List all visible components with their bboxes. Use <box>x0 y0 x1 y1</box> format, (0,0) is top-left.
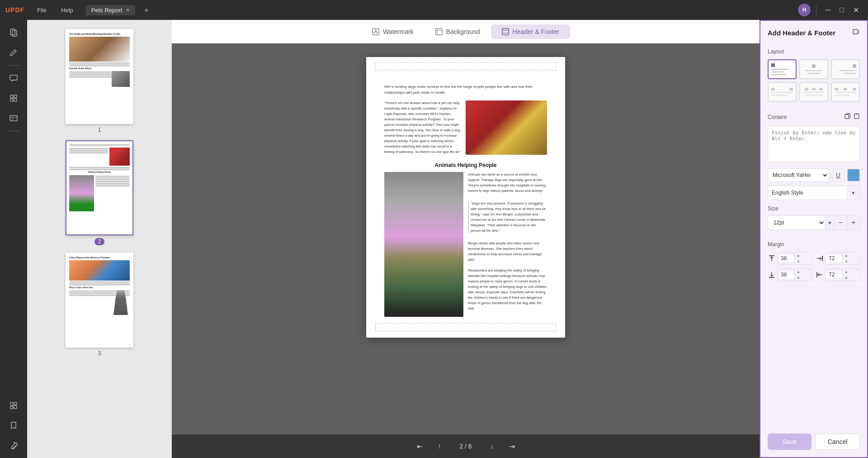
pdf-body1: Animals can serve as a source of comfort… <box>468 172 547 194</box>
thumb-label-2: 2 <box>94 238 105 245</box>
tab-header-footer[interactable]: Header & Footer <box>491 24 571 39</box>
pdf-cat-image <box>384 172 463 317</box>
margin-bottom-spinners: ▲ ▼ <box>794 268 802 281</box>
avatar: H <box>798 4 811 16</box>
size-plus-button[interactable]: + <box>847 215 860 230</box>
pdf-cat-image-col <box>384 172 463 317</box>
help-menu[interactable]: Help <box>56 5 79 15</box>
layout-grid <box>768 59 860 102</box>
thumbnail-page-2[interactable]: Animals Helping People 2 <box>66 140 133 245</box>
margin-right-down[interactable]: ▼ <box>843 258 850 265</box>
nav-first-page[interactable]: ⇤ <box>412 439 427 453</box>
panel-bottom-buttons: Save Cancel <box>760 426 867 457</box>
svg-rect-5 <box>10 99 13 101</box>
tab-close-icon[interactable]: ✕ <box>126 7 130 13</box>
maximize-button[interactable]: □ <box>836 4 848 16</box>
copy-icon <box>844 113 851 119</box>
margin-bottom-input[interactable] <box>778 272 794 278</box>
margin-bottom-down[interactable]: ▼ <box>795 275 802 281</box>
style-select[interactable]: English Style <box>768 186 847 200</box>
thumb-label-3: 3 <box>98 350 101 357</box>
pdf-two-col: "There's not one answer about how a pet … <box>384 100 547 157</box>
pdf-body2: Berger works with people who have cancer… <box>468 241 547 262</box>
size-select[interactable]: 12pt <box>768 215 826 230</box>
sidebar-icon-bookmark[interactable] <box>5 416 23 434</box>
margin-left-input[interactable] <box>826 272 842 278</box>
margin-label: Margin <box>768 241 860 248</box>
nav-prev-page[interactable]: ↑ <box>432 439 447 453</box>
margin-bottom-up[interactable]: ▲ <box>795 268 802 275</box>
margin-left-down[interactable]: ▼ <box>843 275 850 281</box>
margin-top-spinners: ▲ ▼ <box>794 252 802 265</box>
thumb-frame-2[interactable]: Animals Helping People <box>66 140 133 235</box>
header-footer-icon <box>502 28 509 35</box>
svg-rect-25 <box>816 272 817 277</box>
margin-top-item: ▲ ▼ <box>768 252 812 265</box>
close-button[interactable]: ✕ <box>849 4 863 16</box>
svg-rect-19 <box>853 29 858 34</box>
sidebar-divider-2 <box>7 131 20 131</box>
margin-left-up[interactable]: ▲ <box>843 268 850 275</box>
svg-rect-6 <box>14 99 17 101</box>
sidebar-divider-1 <box>7 65 20 66</box>
svg-rect-11 <box>10 406 13 409</box>
right-panel: Add Header & Footer Layout <box>760 20 868 458</box>
sidebar-icon-paperclip[interactable] <box>5 436 23 454</box>
thumbnail-page-3[interactable]: A Key Phase in the History of Tourism Wh… <box>66 253 133 357</box>
right-panel-icon-btn[interactable] <box>853 28 860 37</box>
margin-left-icon <box>816 271 824 279</box>
pdf-section-title: Animals Helping People <box>384 161 547 169</box>
thumb-frame-3[interactable]: A Key Phase in the History of Tourism Wh… <box>66 253 133 348</box>
margin-top-down[interactable]: ▼ <box>795 258 802 265</box>
font-color-box[interactable] <box>847 169 860 181</box>
margin-right-up[interactable]: ▲ <box>843 252 850 258</box>
style-select-arrow[interactable]: ▼ <box>847 186 860 200</box>
content-icon-copy[interactable] <box>844 113 851 121</box>
cancel-button[interactable]: Cancel <box>815 434 860 450</box>
margin-top-up[interactable]: ▲ <box>795 252 802 258</box>
size-select-arrow[interactable]: ▼ <box>826 215 835 230</box>
active-tab[interactable]: Pets Report ✕ <box>86 5 136 15</box>
font-select[interactable]: Microsoft YaHei <box>768 168 829 182</box>
sidebar-icon-pages[interactable] <box>5 24 23 42</box>
margin-top-input[interactable] <box>778 255 794 262</box>
layout-option-3[interactable] <box>831 59 860 79</box>
margin-right-input[interactable] <box>826 255 842 262</box>
thumbnail-page-1[interactable]: The Health and Mood-Boosting Benefits of… <box>66 29 133 133</box>
layout-option-4[interactable] <box>768 82 797 102</box>
file-menu[interactable]: File <box>32 5 52 15</box>
thumb-label-1: 1 <box>98 127 101 133</box>
paste-icon <box>854 113 860 119</box>
panel-resize-icon <box>853 28 860 35</box>
size-minus-button[interactable]: − <box>835 215 847 230</box>
layout-section: Layout <box>760 43 867 108</box>
svg-rect-2 <box>10 75 17 80</box>
svg-rect-23 <box>822 256 823 261</box>
style-select-row: English Style ▼ <box>768 186 860 200</box>
content-textarea[interactable] <box>768 126 860 162</box>
layout-option-6[interactable] <box>831 82 860 102</box>
tab-watermark[interactable]: Watermark <box>361 24 425 39</box>
sidebar-icon-edit[interactable] <box>5 43 23 62</box>
sidebar-icon-grid[interactable] <box>5 89 23 107</box>
margin-right-item: ▲ ▼ <box>816 252 860 265</box>
save-button[interactable]: Save <box>768 434 811 450</box>
app-logo: UPDF <box>5 6 24 14</box>
thumb-frame-1[interactable]: The Health and Mood-Boosting Benefits of… <box>66 29 133 124</box>
nav-last-page[interactable]: ⇥ <box>505 439 519 453</box>
minimize-button[interactable]: ─ <box>822 4 834 16</box>
add-tab-button[interactable]: ＋ <box>139 5 154 15</box>
layout-option-1[interactable] <box>768 59 797 79</box>
underline-button[interactable]: U <box>832 169 844 181</box>
content-icon-paste[interactable] <box>854 113 860 121</box>
pdf-img-dogs <box>466 100 547 155</box>
sidebar-icon-organize[interactable] <box>5 396 23 415</box>
sidebar-icon-comment[interactable] <box>5 69 23 87</box>
nav-next-page[interactable]: ↓ <box>485 439 499 453</box>
sidebar-icon-table[interactable] <box>5 109 23 127</box>
layout-option-2[interactable] <box>799 59 828 79</box>
tab-background[interactable]: Background <box>425 24 491 39</box>
margin-right-icon <box>816 254 824 262</box>
content-toolbar: Watermark Background Header & Footer <box>172 20 760 43</box>
layout-option-5[interactable] <box>799 82 828 102</box>
